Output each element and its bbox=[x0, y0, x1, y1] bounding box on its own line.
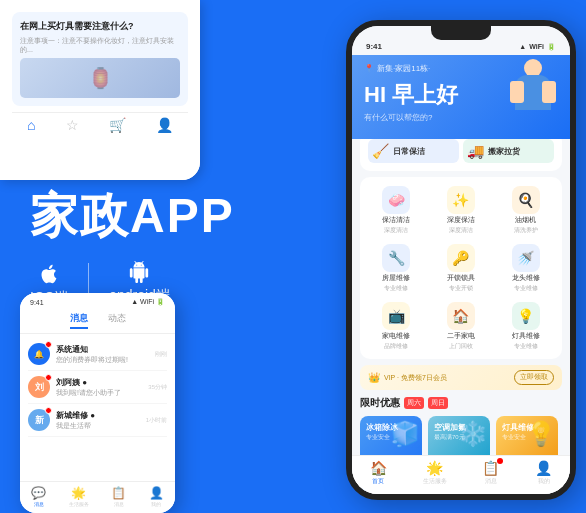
top-left-phone: 在网上买灯具需要注意什么? 注意事项一：注意不要操作化妆灯，注意灯具安装的...… bbox=[0, 0, 200, 180]
sub-services-grid: 🧼 保洁清洁 深度清洁 ✨ 深度保洁 深度清洁 🍳 油烟机 清洗养护 🔧 房屋维… bbox=[366, 183, 556, 353]
list-item[interactable]: 🏠 二手家电 上门回收 bbox=[431, 299, 492, 353]
message-content: 刘阿姨 ● 我到啦!请您小助手了 bbox=[56, 377, 142, 398]
article-desc: 注意事项一：注意不要操作化妆灯，注意灯具安装的... bbox=[20, 36, 180, 54]
deep-clean-icon: ✨ bbox=[447, 186, 475, 214]
list-item[interactable]: 🍳 油烟机 清洗养护 bbox=[495, 183, 556, 237]
service-desc: 清洗养护 bbox=[514, 227, 538, 234]
service-name: 油烟机 bbox=[515, 216, 536, 225]
tab-message[interactable]: 消息 bbox=[70, 312, 88, 329]
status-bar: 9:41 ▲ WiFi 🔋 bbox=[20, 293, 175, 308]
status-time: 9:41 bbox=[30, 299, 44, 306]
phone-screen: 9:41 ▲ WiFi 🔋 📍 新集·家园11栋· HI 早上好 有什么可以帮您… bbox=[352, 26, 570, 494]
light-icon: 💡 bbox=[526, 420, 556, 448]
nav-item-message[interactable]: 💬 消息 bbox=[31, 486, 46, 507]
sender-name: 新城维修 ● bbox=[56, 410, 140, 421]
nav-item-service[interactable]: 🌟 生活服务 bbox=[423, 460, 447, 486]
message-text: 您的消费券即将过期啦! bbox=[56, 355, 149, 365]
service-name: 房屋维修 bbox=[382, 274, 410, 283]
nav-item-orders[interactable]: 📋 消息 bbox=[482, 460, 499, 486]
faucet-icon: 🚿 bbox=[512, 244, 540, 272]
avatar: 🔔 bbox=[28, 343, 50, 365]
nav-label: 首页 bbox=[372, 477, 384, 486]
service-cat-moving[interactable]: 🚚 搬家拉货 bbox=[463, 139, 554, 163]
list-item[interactable]: 💡 灯具维修 专业维修 bbox=[495, 299, 556, 353]
message-text: 我是生活帮 bbox=[56, 421, 140, 431]
article-title: 在网上买灯具需要注意什么? bbox=[20, 20, 180, 33]
cart-icon[interactable]: 🛒 bbox=[109, 117, 126, 133]
list-item[interactable]: 刘 刘阿姨 ● 我到啦!请您小助手了 35分钟 bbox=[28, 371, 167, 404]
battery-icon: 🔋 bbox=[547, 43, 556, 51]
list-item[interactable]: 📺 家电维修 品牌维修 bbox=[366, 299, 427, 353]
location-text: 新集·家园11栋· bbox=[377, 63, 430, 74]
nav-item-profile[interactable]: 👤 我的 bbox=[149, 486, 164, 507]
message-time: 刚刚 bbox=[155, 350, 167, 359]
vip-claim-button[interactable]: 立即领取 bbox=[514, 370, 554, 385]
wifi-icon: WiFi bbox=[529, 43, 544, 50]
vip-banner: 👑 VIP · 免费领7日会员 立即领取 bbox=[360, 365, 562, 390]
service-name: 二手家电 bbox=[447, 332, 475, 341]
service-desc: 上门回收 bbox=[449, 343, 473, 350]
nav-label: 生活服务 bbox=[69, 501, 89, 507]
nav-item-home[interactable]: 🏠 首页 bbox=[370, 460, 387, 486]
orders-icon: 📋 bbox=[482, 460, 499, 476]
main-phone: 9:41 ▲ WiFi 🔋 📍 新集·家园11栋· HI 早上好 有什么可以帮您… bbox=[346, 20, 576, 500]
service-name: 家电维修 bbox=[382, 332, 410, 341]
status-icons: ▲ WiFi 🔋 bbox=[131, 298, 165, 306]
sender-name: 刘阿姨 ● bbox=[56, 377, 142, 388]
location-pin-icon: 📍 bbox=[364, 64, 374, 73]
list-item[interactable]: 🚿 龙头维修 专业维修 bbox=[495, 241, 556, 295]
status-icons: ▲ WiFi 🔋 bbox=[519, 43, 556, 51]
app-header: 📍 新集·家园11栋· HI 早上好 有什么可以帮您的? bbox=[352, 55, 570, 139]
article-card: 在网上买灯具需要注意什么? 注意事项一：注意不要操作化妆灯，注意灯具安装的...… bbox=[12, 12, 188, 106]
list-item[interactable]: 🔔 系统通知 您的消费券即将过期啦! 刚刚 bbox=[28, 338, 167, 371]
nav-item-profile[interactable]: 👤 我的 bbox=[535, 460, 552, 486]
nav-item-order[interactable]: 📋 消息 bbox=[111, 486, 126, 507]
deals-badge-2: 周日 bbox=[428, 397, 448, 409]
cleaning-icon: 🧹 bbox=[372, 143, 389, 159]
tab-activity[interactable]: 动态 bbox=[108, 312, 126, 329]
hood-icon: 🍳 bbox=[512, 186, 540, 214]
profile-icon[interactable]: 👤 bbox=[156, 117, 173, 133]
message-text: 我到啦!请您小助手了 bbox=[56, 388, 142, 398]
deals-header: 限时优惠 周六 周日 bbox=[360, 396, 562, 410]
fridge-icon: 🧊 bbox=[390, 420, 420, 448]
message-tabs: 消息 动态 bbox=[20, 308, 175, 334]
profile-icon: 👤 bbox=[149, 486, 164, 500]
notification-badge bbox=[45, 407, 52, 414]
phone-notch bbox=[431, 26, 491, 40]
deals-badge-1: 周六 bbox=[404, 397, 424, 409]
secondhand-icon: 🏠 bbox=[447, 302, 475, 330]
baojie-icon: 🧼 bbox=[382, 186, 410, 214]
bottom-navigation: 🏠 首页 🌟 生活服务 📋 消息 👤 我的 bbox=[352, 455, 570, 494]
service-desc: 品牌维修 bbox=[384, 343, 408, 350]
list-item[interactable]: 🔑 开锁锁具 专业开锁 bbox=[431, 241, 492, 295]
service-name: 灯具维修 bbox=[512, 332, 540, 341]
nav-label: 我的 bbox=[151, 501, 161, 507]
service-desc: 深度清洁 bbox=[384, 227, 408, 234]
light-icon: 💡 bbox=[512, 302, 540, 330]
nav-label: 消息 bbox=[114, 501, 124, 507]
repair-icon: 🔧 bbox=[382, 244, 410, 272]
center-text-area: 家政APP IOS端 android端 bbox=[30, 190, 270, 307]
home-icon: 🏠 bbox=[370, 460, 387, 476]
nav-label: 消息 bbox=[34, 501, 44, 507]
list-item[interactable]: ✨ 深度保洁 深度清洁 bbox=[431, 183, 492, 237]
activity-icon[interactable]: ☆ bbox=[66, 117, 79, 133]
list-item[interactable]: 🧼 保洁清洁 深度清洁 bbox=[366, 183, 427, 237]
moving-label: 搬家拉货 bbox=[488, 146, 520, 157]
bottom-navigation: 💬 消息 🌟 生活服务 📋 消息 👤 我的 bbox=[20, 481, 175, 513]
avatar: 刘 bbox=[28, 376, 50, 398]
profile-icon: 👤 bbox=[535, 460, 552, 476]
bottom-left-phone: 9:41 ▲ WiFi 🔋 消息 动态 🔔 系统通知 您的消费券即将过期啦! 刚… bbox=[20, 293, 175, 513]
nav-label: 消息 bbox=[485, 477, 497, 486]
cleaning-label: 日常保洁 bbox=[393, 146, 425, 157]
list-item[interactable]: 🔧 房屋维修 专业维修 bbox=[366, 241, 427, 295]
list-item[interactable]: 新 新城维修 ● 我是生活帮 1小时前 bbox=[28, 404, 167, 437]
home-icon[interactable]: ⌂ bbox=[27, 117, 35, 133]
app-title: 家政APP bbox=[30, 190, 270, 243]
message-list: 🔔 系统通知 您的消费券即将过期啦! 刚刚 刘 刘阿姨 ● 我到啦!请您小助手了… bbox=[20, 334, 175, 441]
service-cat-cleaning[interactable]: 🧹 日常保洁 bbox=[368, 139, 459, 163]
service-desc: 专业维修 bbox=[514, 285, 538, 292]
service-icon: 🌟 bbox=[426, 460, 443, 476]
nav-item-service[interactable]: 🌟 生活服务 bbox=[69, 486, 89, 507]
